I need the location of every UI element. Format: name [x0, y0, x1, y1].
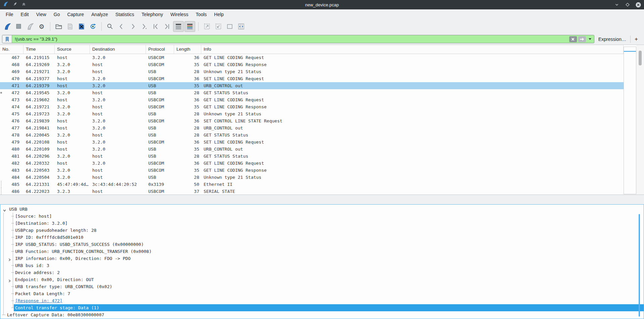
packet-row[interactable]: 46764.219115host3.2.0USBCOM36GET LINE CO… [0, 54, 624, 61]
go-back-icon[interactable] [116, 21, 127, 32]
packet-list-scrollbar[interactable] [636, 45, 644, 195]
menu-view[interactable]: View [33, 9, 50, 19]
packet-row[interactable]: 47964.220108host3.2.0USBCOM36SET LINE CO… [0, 139, 624, 146]
expression-button[interactable]: Expression… [594, 37, 630, 42]
detail-tree-item[interactable]: Leftover Capture Data: 00e80300000007 [0, 311, 644, 318]
detail-tree-item[interactable]: URB transfer type: URB_CONTROL (0x02) [0, 283, 644, 290]
menu-wireless[interactable]: Wireless [167, 9, 192, 19]
packet-row[interactable]: 47064.219377host3.2.0USBCOM36SET LINE CO… [0, 75, 624, 82]
auto-scroll-toggle-icon[interactable] [173, 21, 184, 32]
reload-file-icon[interactable] [88, 21, 98, 32]
detail-tree-item[interactable]: [Destination: 3.2.0] [0, 220, 644, 227]
menu-help[interactable]: Help [210, 9, 227, 19]
expander-closed-icon[interactable] [8, 278, 12, 282]
start-capture-icon[interactable] [2, 21, 13, 32]
detail-tree-item[interactable]: Device address: 2 [0, 269, 644, 276]
menu-capture[interactable]: Capture [63, 9, 88, 19]
detail-tree-item[interactable]: [Source: host] [0, 213, 644, 220]
packet-row[interactable]: 47764.219841host3.2.0USB28URB_CONTROL ou… [0, 124, 624, 131]
packet-row[interactable]: 48564.22133145:47:49:4d…3c:43:4d:44:20:5… [0, 181, 624, 188]
menu-edit[interactable]: Edit [17, 9, 33, 19]
packet-row[interactable]: 48464.2205043.2.0hostUSB28Unknown type 2… [0, 174, 624, 181]
packet-row[interactable]: 47464.2197213.2.0hostUSBCOM35GET LINE CO… [0, 103, 624, 110]
colorize-toggle-icon[interactable] [184, 21, 195, 32]
go-last-packet-icon[interactable] [162, 21, 172, 32]
pane-splitter[interactable] [0, 195, 644, 204]
shade-window-icon[interactable] [21, 2, 26, 8]
detail-tree-item[interactable]: IRP information: 0x00, Direction: FDO ->… [0, 255, 644, 262]
capture-options-icon[interactable]: ⚙ [36, 21, 47, 32]
packet-row[interactable]: 48664.2220233.2.3hostUSBCOM37SERIAL STAT… [0, 188, 624, 195]
packet-row[interactable]: 47164.219379host3.2.0USB35URB_CONTROL ou… [0, 82, 624, 89]
display-filter-input[interactable]: !(usb.src == "3.29.1") [2, 35, 594, 43]
filter-clear-icon[interactable] [569, 36, 577, 42]
go-to-packet-icon[interactable] [139, 21, 150, 32]
detail-tree-item[interactable]: Control transfer stage: Data (1) [0, 304, 644, 311]
pin-icon[interactable] [13, 2, 17, 8]
titlebar: new_device.pcap [0, 0, 644, 9]
go-first-packet-icon[interactable] [150, 21, 161, 32]
stop-capture-icon[interactable] [13, 21, 24, 32]
menu-file[interactable]: File [2, 9, 17, 19]
cell-no: 479 [3, 139, 23, 146]
go-forward-icon[interactable] [127, 21, 138, 32]
packet-row[interactable]: 48164.2202963.2.0hostUSB28GET STATUS Sta… [0, 153, 624, 160]
filter-dropdown-icon[interactable] [589, 38, 591, 40]
packet-row[interactable]: 47864.2200453.2.0hostUSB28GET STATUS Sta… [0, 131, 624, 139]
detail-tree-item[interactable]: IRP ID: 0xffffdc8d5d01e010 [0, 234, 644, 241]
detail-link-text[interactable]: [Response in: 472] [15, 298, 62, 303]
column-header-time[interactable]: Time [23, 45, 55, 54]
intelligent-scrollbar-minimap[interactable] [624, 47, 636, 194]
close-icon[interactable] [635, 2, 641, 8]
packet-row[interactable]: 47264.2195453.2.0hostUSB28GET STATUS Sta… [0, 89, 624, 96]
packet-list-scrollbar-thumb[interactable] [639, 51, 642, 65]
minimize-icon[interactable] [614, 2, 620, 8]
expander-open-icon[interactable] [3, 207, 7, 211]
zoom-normal-icon[interactable] [224, 21, 235, 32]
packet-row[interactable]: 46864.2192693.2.0hostUSBCOM35GET LINE CO… [0, 61, 624, 68]
detail-tree-item[interactable]: IRP USBD_STATUS: USBD_STATUS_SUCCESS (0x… [0, 241, 644, 248]
detail-tree-item[interactable]: URB Function: URB_FUNCTION_CONTROL_TRANS… [0, 248, 644, 255]
packet-row[interactable]: 47664.219839host3.2.0USBCOM36SET CONTROL… [0, 117, 624, 124]
save-file-icon[interactable] [65, 21, 75, 32]
packet-row[interactable]: 48064.220109host3.2.0USB35URB_CONTROL ou… [0, 146, 624, 153]
cell-src: host [55, 160, 90, 167]
restart-capture-icon[interactable] [25, 21, 36, 32]
column-header-no[interactable]: No. [0, 45, 23, 54]
maximize-icon[interactable] [625, 2, 631, 8]
menu-statistics[interactable]: Statistics [112, 9, 138, 19]
detail-tree-item[interactable]: URB bus id: 3 [0, 262, 644, 269]
expander-closed-icon[interactable] [8, 257, 12, 261]
resize-columns-icon[interactable] [236, 21, 247, 32]
menu-tools[interactable]: Tools [192, 9, 211, 19]
open-file-icon[interactable] [53, 21, 64, 32]
add-filter-button[interactable]: + [631, 36, 642, 43]
column-header-source[interactable]: Source [55, 45, 90, 54]
column-header-info[interactable]: Info [201, 45, 624, 54]
cell-time: 64.219723 [23, 110, 55, 117]
detail-tree-item[interactable]: [Response in: 472] [0, 297, 644, 304]
close-file-icon[interactable] [76, 21, 87, 32]
find-packet-icon[interactable] [105, 21, 115, 32]
column-header-protocol[interactable]: Protocol [146, 45, 174, 54]
packet-row[interactable]: 48364.2205033.2.0hostUSBCOM35GET LINE CO… [0, 167, 624, 174]
packet-row[interactable]: 47364.219602host3.2.0USBCOM36GET LINE CO… [0, 96, 624, 103]
packet-row[interactable]: 48264.220332host3.2.0USBCOM36GET LINE CO… [0, 160, 624, 167]
detail-tree-item[interactable]: USB URB [0, 206, 644, 213]
column-header-destination[interactable]: Destination [90, 45, 146, 54]
zoom-out-icon[interactable] [213, 21, 224, 32]
zoom-in-icon[interactable] [202, 21, 212, 32]
detail-tree-item[interactable]: Packet Data Length: 7 [0, 290, 644, 297]
packet-row[interactable]: 47564.2197233.2.0hostUSB28Unknown type 2… [0, 110, 624, 117]
column-header-length[interactable]: Length [174, 45, 201, 54]
menu-go[interactable]: Go [50, 9, 64, 19]
filter-apply-icon[interactable] [578, 36, 586, 42]
menu-analyze[interactable]: Analyze [88, 9, 112, 19]
packet-row[interactable]: 46964.2192713.2.0hostUSB28Unknown type 2… [0, 68, 624, 75]
filter-text[interactable]: !(usb.src == "3.29.1") [12, 37, 569, 42]
menu-telephony[interactable]: Telephony [138, 9, 167, 19]
filter-bookmark-icon[interactable] [2, 35, 12, 43]
detail-tree-item[interactable]: USBPcap pseudoheader length: 28 [0, 227, 644, 234]
detail-tree-item[interactable]: Endpoint: 0x00, Direction: OUT [0, 276, 644, 283]
detail-scrollbar-thumb[interactable] [639, 214, 640, 317]
